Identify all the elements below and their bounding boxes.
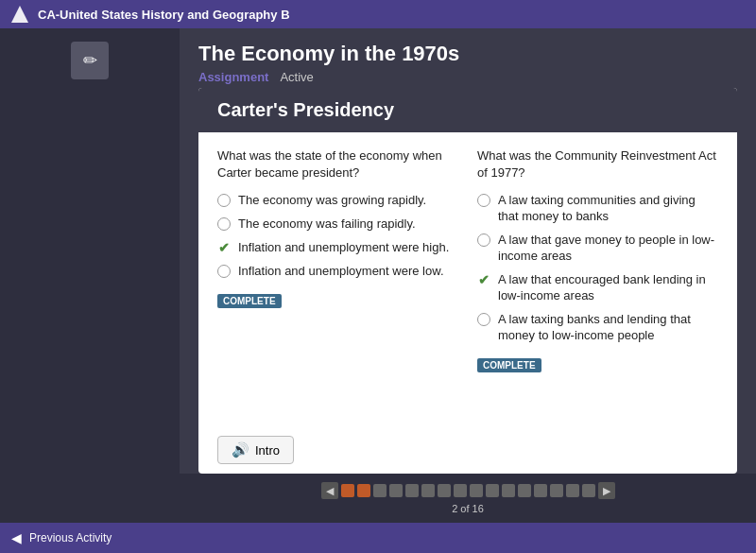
edit-button[interactable]: ✏ xyxy=(71,42,109,79)
list-item[interactable]: The economy was growing rapidly. xyxy=(217,193,458,209)
dot-8[interactable] xyxy=(454,484,467,497)
dot-4[interactable] xyxy=(389,484,403,497)
home-icon xyxy=(11,6,28,23)
list-item[interactable]: A law taxing banks and lending that mone… xyxy=(477,312,718,344)
radio-button[interactable] xyxy=(477,233,490,247)
dot-10[interactable] xyxy=(486,484,499,497)
dot-5[interactable] xyxy=(405,484,419,497)
top-bar: CA-United States History and Geography B xyxy=(0,0,756,28)
question-1: What was the state of the economy when C… xyxy=(217,147,458,413)
dot-15[interactable] xyxy=(566,484,579,497)
footer-bar: ◀ Previous Activity xyxy=(0,523,756,553)
pagination-dots: ◀ ▶ xyxy=(321,482,615,499)
previous-icon: ◀ xyxy=(11,530,22,545)
page-title: The Economy in the 1970s xyxy=(198,42,737,66)
radio-button[interactable] xyxy=(217,194,231,207)
list-item[interactable]: ✔ Inflation and unemployment were high. xyxy=(217,240,458,256)
option-label: The economy was failing rapidly. xyxy=(238,216,416,233)
dot-7[interactable] xyxy=(438,484,451,497)
bottom-nav: ◀ ▶ 2 of 16 xyxy=(180,474,756,523)
option-label: The economy was growing rapidly. xyxy=(238,193,426,209)
dot-12[interactable] xyxy=(518,484,531,497)
radio-button[interactable] xyxy=(217,265,231,278)
radio-button[interactable] xyxy=(477,194,490,207)
list-item[interactable]: Inflation and unemployment were low. xyxy=(217,264,458,280)
question-1-options: The economy was growing rapidly. The eco… xyxy=(217,193,458,280)
section-header: Carter's Presidency xyxy=(198,88,737,132)
list-item[interactable]: A law taxing communities and giving that… xyxy=(477,193,718,225)
intro-label: Intro xyxy=(255,443,280,458)
content-meta: Assignment Active xyxy=(198,70,737,84)
dot-6[interactable] xyxy=(421,484,435,497)
intro-row: 🔊 Intro xyxy=(198,428,737,474)
section-title: Carter's Presidency xyxy=(217,99,394,120)
questions-area: What was the state of the economy when C… xyxy=(198,132,737,428)
list-item[interactable]: A law that gave money to people in low-i… xyxy=(477,233,718,265)
option-label: A law taxing banks and lending that mone… xyxy=(498,312,718,344)
question-1-text: What was the state of the economy when C… xyxy=(217,147,458,181)
check-icon: ✔ xyxy=(477,273,490,286)
speaker-icon: 🔊 xyxy=(232,441,249,458)
option-label: Inflation and unemployment were high. xyxy=(238,240,449,256)
app-title: CA-United States History and Geography B xyxy=(38,8,290,22)
list-item[interactable]: The economy was failing rapidly. xyxy=(217,216,458,233)
option-label: A law that gave money to people in low-i… xyxy=(498,233,718,265)
dot-9[interactable] xyxy=(470,484,483,497)
pencil-icon: ✏ xyxy=(83,50,97,71)
question-2: What was the Community Reinvestment Act … xyxy=(477,147,718,413)
dot-3[interactable] xyxy=(373,484,387,497)
dot-13[interactable] xyxy=(534,484,547,497)
main-area: ✏ The Economy in the 1970s Assignment Ac… xyxy=(0,28,756,523)
sidebar: ✏ xyxy=(0,28,180,523)
prev-page-button[interactable]: ◀ xyxy=(321,482,338,499)
dot-2[interactable] xyxy=(357,484,370,497)
list-item[interactable]: ✔ A law that encouraged bank lending in … xyxy=(477,272,718,304)
option-label: A law taxing communities and giving that… xyxy=(498,193,718,225)
radio-button[interactable] xyxy=(217,217,231,231)
dot-1[interactable] xyxy=(341,484,354,497)
assignment-label: Assignment xyxy=(198,70,268,84)
question-2-text: What was the Community Reinvestment Act … xyxy=(477,147,718,181)
intro-button[interactable]: 🔊 Intro xyxy=(217,436,294,464)
complete-badge-1: COMPLETE xyxy=(217,294,282,308)
next-page-button[interactable]: ▶ xyxy=(598,482,615,499)
check-icon: ✔ xyxy=(217,241,231,254)
complete-badge-2: COMPLETE xyxy=(477,358,541,372)
option-label: A law that encouraged bank lending in lo… xyxy=(498,272,718,304)
content-box: Carter's Presidency What was the state o… xyxy=(198,88,737,474)
dot-14[interactable] xyxy=(550,484,563,497)
question-2-options: A law taxing communities and giving that… xyxy=(477,193,718,343)
option-label: Inflation and unemployment were low. xyxy=(238,264,444,280)
previous-activity-label[interactable]: Previous Activity xyxy=(29,531,112,544)
content-header: The Economy in the 1970s Assignment Acti… xyxy=(180,28,756,88)
page-indicator: 2 of 16 xyxy=(452,503,484,514)
status-label: Active xyxy=(280,70,313,84)
radio-button[interactable] xyxy=(477,313,490,326)
content-area: The Economy in the 1970s Assignment Acti… xyxy=(180,28,756,523)
dot-11[interactable] xyxy=(502,484,515,497)
dot-16[interactable] xyxy=(582,484,595,497)
